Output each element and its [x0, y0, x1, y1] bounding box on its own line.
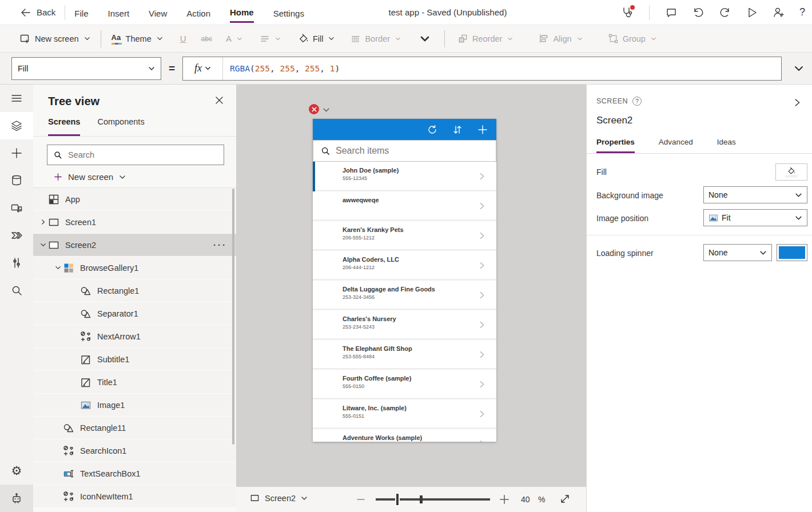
zoom-slider-thumb[interactable] [395, 493, 400, 506]
menu-insert[interactable]: Insert [108, 3, 130, 22]
gallery-item[interactable]: John Doe (sample) 555-12345 [313, 162, 496, 191]
tree-item-app[interactable]: App [33, 188, 236, 211]
help-circle-icon[interactable]: ? [632, 97, 642, 106]
gallery-item[interactable]: Karen's Kranky Pets 206-555-1212 [313, 221, 496, 251]
gallery-search-box[interactable] [313, 140, 496, 162]
tab-advanced[interactable]: Advanced [659, 138, 693, 153]
tab-components[interactable]: Components [97, 117, 144, 136]
current-screen-selector[interactable]: Screen2 [250, 493, 308, 503]
menu-action[interactable]: Action [186, 3, 210, 22]
chevron-right-icon[interactable] [477, 380, 486, 389]
app-checker-icon[interactable] [621, 6, 634, 19]
rail-data-button[interactable] [0, 167, 33, 194]
theme-button[interactable]: Aa Theme [112, 33, 163, 45]
chevron-right-icon[interactable] [477, 410, 486, 418]
menu-settings[interactable]: Settings [273, 3, 304, 22]
tree-search-input[interactable] [68, 150, 218, 159]
strikethrough-button[interactable]: abc [201, 35, 212, 43]
group-button[interactable]: Group [608, 33, 656, 44]
tree-item-separator1[interactable]: Separator1 [33, 302, 236, 325]
loading-spinner-dropdown[interactable]: None [703, 244, 772, 261]
fullscreen-icon[interactable] [559, 493, 571, 505]
gallery-item[interactable]: awweqweqe [313, 191, 496, 221]
error-badge[interactable] [309, 104, 319, 114]
more-formatting-button[interactable] [420, 34, 429, 43]
rail-tree-view-button[interactable] [0, 112, 33, 139]
background-image-dropdown[interactable]: None [703, 186, 807, 203]
tree-item-textsearchbox1[interactable]: TextSearchBox1 [33, 462, 236, 485]
chevron-right-icon[interactable] [477, 202, 486, 210]
rail-virtual-agent-button[interactable] [0, 485, 33, 512]
rail-insert-button[interactable] [0, 139, 33, 167]
tab-screens[interactable]: Screens [48, 117, 80, 136]
comments-icon[interactable] [665, 6, 678, 19]
fill-button[interactable]: Fill [298, 33, 335, 44]
new-screen-button[interactable]: New screen [19, 33, 90, 45]
tree-item-screen1[interactable]: Screen1 [33, 211, 236, 234]
zoom-in-button[interactable] [498, 493, 511, 506]
rail-settings-button[interactable]: ⚙ [0, 457, 33, 485]
gallery-item[interactable]: Charles's Nursery 253-234-5243 [313, 310, 496, 340]
tab-ideas[interactable]: Ideas [717, 138, 736, 153]
image-position-dropdown[interactable]: Fit [703, 209, 807, 226]
gallery-item[interactable]: Alpha Coders, LLC 206-444-1212 [313, 251, 496, 281]
rail-media-button[interactable] [0, 194, 33, 222]
chevron-right-icon[interactable] [477, 172, 486, 181]
formula-input-box[interactable]: fx RGBA(255, 255, 255, 1) [182, 57, 782, 81]
reorder-button[interactable]: Reorder [457, 33, 513, 44]
back-button[interactable]: Back [19, 6, 55, 19]
align-button[interactable]: Align [538, 33, 582, 44]
tree-item-rectangle1[interactable]: Rectangle1 [33, 279, 236, 302]
tree-item-subtitle1[interactable]: Subtitle1 [33, 348, 236, 371]
tab-properties[interactable]: Properties [596, 138, 635, 153]
phone-screen-preview[interactable]: John Doe (sample) 555-12345 awweqweqe Ka… [313, 119, 496, 442]
selection-chevron-down-icon[interactable] [323, 106, 330, 114]
tree-item-iconnewitem1[interactable]: IconNewItem1 [33, 485, 236, 508]
chevron-right-icon[interactable] [477, 291, 486, 299]
tree-item-browsegallery1[interactable]: BrowseGallery1 [33, 257, 236, 279]
gallery-search-input[interactable] [336, 146, 489, 156]
tree-item-searchicon1[interactable]: SearchIcon1 [33, 439, 236, 462]
property-selector[interactable]: Fill [11, 57, 161, 80]
tree-item-image1[interactable]: Image1 [33, 394, 236, 417]
chevron-right-icon[interactable] [477, 439, 486, 442]
underline-button[interactable]: U [180, 34, 186, 43]
refresh-icon[interactable] [427, 124, 438, 135]
tree-item-rectangle11[interactable]: Rectangle11 [33, 417, 236, 439]
help-icon[interactable]: ? [799, 6, 805, 18]
sort-icon[interactable] [452, 124, 463, 135]
tree-item-nextarrow1[interactable]: NextArrow1 [33, 325, 236, 348]
formula-expression[interactable]: RGBA(255, 255, 255, 1) [223, 64, 340, 73]
close-icon[interactable] [215, 96, 224, 105]
redo-icon[interactable] [719, 6, 731, 19]
gallery-item[interactable]: Adventure Works (sample) [313, 429, 496, 442]
text-align-button[interactable] [260, 34, 281, 44]
formula-bar-expand-icon[interactable] [794, 63, 804, 74]
tree-scrollbar[interactable] [232, 189, 234, 445]
fill-color-button[interactable] [775, 163, 807, 181]
zoom-out-button[interactable] [355, 494, 367, 505]
rail-search-button[interactable] [0, 277, 33, 304]
share-user-icon[interactable] [773, 6, 785, 19]
loading-spinner-color-swatch[interactable] [777, 244, 807, 261]
canvas-area[interactable]: John Doe (sample) 555-12345 awweqweqe Ka… [236, 85, 586, 487]
chevron-right-icon[interactable] [477, 350, 486, 359]
tree-item-screen2[interactable]: Screen2 ··· [33, 234, 236, 257]
fx-selector[interactable]: fx [183, 57, 223, 80]
undo-icon[interactable] [692, 6, 704, 19]
gallery-item[interactable]: Litware, Inc. (sample) 555-0151 [313, 399, 496, 429]
tree-item-title1[interactable]: Title1 [33, 371, 236, 394]
chevron-right-icon[interactable] [477, 321, 486, 329]
menu-home[interactable]: Home [230, 2, 254, 23]
zoom-slider-track[interactable] [376, 498, 490, 501]
font-color-button[interactable]: A [226, 34, 242, 43]
rail-menu-button[interactable] [0, 85, 33, 112]
tree-search-box[interactable] [47, 145, 224, 165]
tree-item-options-button[interactable]: ··· [213, 240, 227, 250]
add-item-icon[interactable] [477, 124, 488, 135]
tree-new-screen-button[interactable]: New screen [33, 165, 236, 188]
gallery-item[interactable]: Delta Luggage and Fine Goods 253-324-345… [313, 281, 496, 310]
rail-advanced-tools-button[interactable] [0, 249, 33, 277]
chevron-right-icon[interactable] [477, 231, 486, 240]
gallery-item[interactable]: Fourth Coffee (sample) 555-0150 [313, 370, 496, 399]
